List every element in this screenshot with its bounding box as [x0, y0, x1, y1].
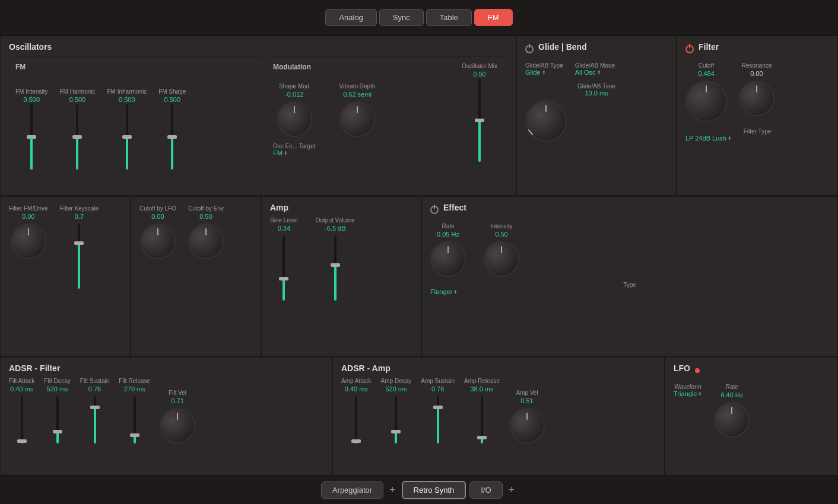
tab-fm[interactable]: FM [474, 9, 513, 26]
tab-analog[interactable]: Analog [325, 9, 376, 26]
vibrato-knob[interactable] [339, 101, 375, 137]
filt-sustain-container: Filt Sustain 0.76 [80, 378, 109, 444]
filt-decay-track[interactable] [56, 396, 59, 444]
retro-synth-button[interactable]: Retro Synth [402, 481, 466, 499]
effect-rate-container: Rate 0.05 Hz [430, 223, 466, 277]
fm-inharmonic-container: FM Inharmonic 0.500 [107, 88, 147, 170]
osc-env-dropdown[interactable]: FM ⬍ [273, 149, 316, 157]
amp-vel-value: 0.51 [520, 397, 533, 404]
filter-type-arrow: ⬍ [728, 136, 732, 141]
filt-sustain-track[interactable] [94, 396, 96, 444]
cutoff-env-knob[interactable] [188, 224, 224, 259]
glide-time-container: Glide/AB Time 10.0 ms [525, 83, 668, 142]
resonance-container: Resonance 0.00 [739, 62, 774, 122]
filt-vel-container: Filt Vel 0.71 [160, 390, 195, 444]
cutoff-knob[interactable] [685, 81, 727, 122]
fm-shape-container: FM Shape 0.500 [158, 88, 186, 170]
amp-attack-track[interactable] [355, 396, 357, 444]
effect-type-dropdown[interactable]: Flanger ⬍ [430, 288, 829, 295]
amp-sustain-label: Amp Sustain [421, 378, 455, 384]
fm-intensity-value: 0.500 [23, 96, 40, 103]
shape-mod-container: Shape Mod -0.012 Osc En... Target FM ⬍ [273, 83, 316, 157]
glide-type-container: Glide/AB Type Glide ⬍ [525, 62, 563, 76]
bottom-bar: Arpeggiator + Retro Synth I/O + [0, 476, 838, 504]
shape-mod-knob[interactable] [277, 101, 312, 137]
tab-table[interactable]: Table [426, 9, 472, 26]
sine-level-track[interactable] [282, 235, 285, 301]
cutoff-lfo-knob[interactable] [140, 224, 176, 259]
filter-fm-container: Filter FM/Drive 0.00 [9, 205, 48, 259]
resonance-knob[interactable] [739, 81, 774, 116]
effect-intensity-knob[interactable] [484, 241, 519, 277]
add-button-2[interactable]: + [506, 484, 518, 496]
glide-type-label: Glide/AB Type [525, 62, 563, 69]
add-button-1[interactable]: + [387, 484, 398, 496]
lfo-waveform-value: Triangle [674, 390, 697, 397]
amp-controls: Sine Level 0.34 Output Volume -6.5 dB [270, 217, 412, 301]
glide-type-value: Glide [525, 69, 541, 76]
adsr-amp-panel: ADSR - Amp Amp Attack 0.40 ms Amp Decay [332, 357, 665, 476]
io-button[interactable]: I/O [469, 481, 502, 499]
osc-mix-label: Oscillator Mix [462, 63, 497, 69]
filt-attack-track[interactable] [21, 396, 23, 444]
amp-decay-track[interactable] [395, 396, 397, 444]
osc-env-label: Osc En... Target [273, 143, 316, 149]
amp-sustain-track[interactable] [437, 396, 439, 444]
filt-release-track[interactable] [134, 396, 136, 444]
filter-power-icon[interactable] [685, 45, 694, 53]
fm-shape-track[interactable] [171, 104, 173, 170]
fm-harmonic-value: 0.500 [69, 96, 86, 103]
glide-time-knob[interactable] [525, 100, 567, 142]
fm-intensity-label: FM Intensity [15, 88, 47, 95]
amp-sustain-value: 0.76 [431, 385, 444, 393]
filter-type-dropdown[interactable]: LP 24dB Lush ⬍ [685, 135, 829, 142]
effect-power-icon[interactable] [430, 206, 439, 214]
fm-intensity-track[interactable] [30, 104, 33, 170]
effect-intensity-container: Intensity 0.50 [484, 223, 519, 277]
fm-harmonic-label: FM Harmonic [59, 88, 95, 95]
vibrato-container: Vibrato Depth 0.62 semi [339, 83, 376, 137]
output-vol-label: Output Volume [316, 217, 355, 224]
adsr-filter-panel: ADSR - Filter Filt Attack 0.40 ms Filt D [0, 357, 332, 476]
tab-sync[interactable]: Sync [379, 9, 424, 26]
effect-controls: Rate 0.05 Hz Intensity 0.50 [430, 223, 829, 277]
glide-mode-container: Glide/AB Mode All Osc ⬍ [575, 62, 615, 76]
amp-sustain-container: Amp Sustain 0.76 [421, 378, 455, 444]
mid-row: Filter FM/Drive 0.00 Filter Keyscale 0.7… [0, 196, 838, 357]
resonance-value: 0.00 [750, 70, 763, 77]
bottom-row: ADSR - Filter Filt Attack 0.40 ms Filt D [0, 357, 838, 476]
filter-fm-label: Filter FM/Drive [9, 205, 48, 212]
glide-type-dropdown[interactable]: Glide ⬍ [525, 69, 563, 76]
filter-fm-knob[interactable] [11, 224, 46, 259]
filt-vel-knob[interactable] [160, 408, 195, 444]
filter-keyscale-track[interactable] [78, 224, 80, 289]
fm-inharmonic-track[interactable] [126, 104, 128, 170]
fm-harmonic-track[interactable] [76, 104, 78, 170]
amp-decay-value: 520 ms [385, 385, 407, 393]
effect-type-container: Type Flanger ⬍ [430, 282, 829, 295]
osc-mix-track[interactable] [478, 79, 481, 162]
effect-type-value: Flanger [430, 288, 452, 295]
arpeggiator-button[interactable]: Arpeggiator [321, 481, 383, 499]
effect-intensity-value: 0.50 [495, 231, 507, 238]
output-vol-track[interactable] [334, 235, 337, 301]
amp-release-track[interactable] [481, 396, 483, 444]
effect-rate-knob[interactable] [430, 241, 466, 277]
lfo-rate-knob[interactable] [714, 402, 750, 438]
cutoff-panel: Cutoff by LFO 0.00 Cutoff by Env 0.50 [131, 196, 261, 356]
amp-vel-knob[interactable] [509, 408, 545, 444]
fm-shape-value: 0.500 [164, 96, 180, 103]
fm-inharmonic-value: 0.500 [119, 96, 135, 103]
glide-power-icon[interactable] [525, 45, 534, 53]
amp-release-value: 38.0 ms [470, 385, 493, 393]
lfo-rate-value: 6.40 Hz [720, 391, 743, 398]
adsr-filter-title: ADSR - Filter [9, 363, 323, 373]
amp-release-container: Amp Release 38.0 ms [464, 378, 500, 444]
glide-top-row: Glide/AB Type Glide ⬍ Glide/AB Mode All … [525, 62, 668, 76]
glide-mode-dropdown[interactable]: All Osc ⬍ [575, 69, 615, 76]
lfo-waveform-dropdown[interactable]: Triangle ⬍ [674, 390, 702, 397]
osc-inner: FM FM Intensity 0.500 [9, 56, 507, 189]
cutoff-label: Cutoff [699, 62, 715, 69]
filt-vel-value: 0.71 [171, 397, 183, 404]
adsr-amp-title: ADSR - Amp [341, 363, 656, 373]
